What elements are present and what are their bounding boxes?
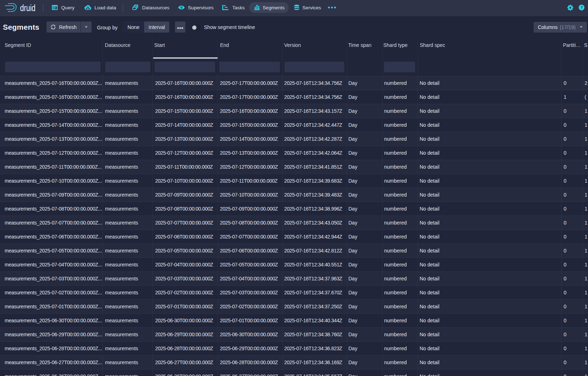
svg-text:?: ? [580,5,583,10]
